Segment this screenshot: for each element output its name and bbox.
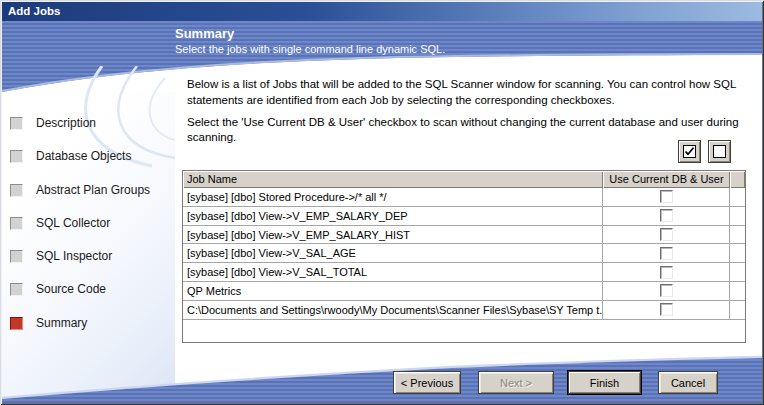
step-marker-icon [10,150,23,163]
cancel-button[interactable]: Cancel [658,371,718,394]
table-row-spacer [730,301,745,320]
use-current-db-user-checkbox[interactable] [660,266,673,279]
table-row-checkbox-cell [603,301,730,320]
use-current-db-user-checkbox[interactable] [660,303,673,316]
next-button: Next > [478,371,554,394]
sidebar-item-database-objects[interactable]: Database Objects [10,149,131,163]
sidebar-item-abstract-plan-groups[interactable]: Abstract Plan Groups [10,183,150,197]
table-row-job-name[interactable]: [sybase] [dbo] View->V_EMP_SALARY_DEP [183,207,603,226]
intro-text: Below is a list of Jobs that will be add… [187,76,762,108]
table-row-spacer [730,263,745,282]
previous-button[interactable]: < Previous [393,371,461,394]
table-row-job-name[interactable]: [sybase] [dbo] View->V_SAL_AGE [183,244,603,263]
checkbox-checked-icon [683,145,696,158]
table-row-checkbox-cell [603,282,730,301]
table-row-spacer [730,282,745,301]
table-row-job-name[interactable]: C:\Documents and Settings\rwoody\My Docu… [183,301,603,320]
column-header-spacer [730,171,745,188]
table-row-spacer [730,207,745,226]
table-row-checkbox-cell [603,188,730,207]
select-all-button[interactable] [678,140,701,163]
sidebar-item-label: Summary [36,316,87,330]
table-row-job-name[interactable]: QP Metrics [183,282,603,301]
step-marker-icon [10,117,23,130]
sidebar-item-sql-inspector[interactable]: SQL Inspector [10,249,112,263]
column-header-use-current-db-user[interactable]: Use Current DB & User [603,171,730,188]
step-marker-icon [10,217,23,230]
page-title: Summary [175,26,234,41]
sidebar-item-label: Database Objects [36,149,131,163]
instruction-text: Select the 'Use Current DB & User' check… [187,115,762,145]
page-subtitle: Select the jobs with single command line… [175,43,445,55]
table-row-checkbox-cell [603,263,730,282]
table-row-checkbox-cell [603,226,730,245]
sidebar-item-label: Description [36,116,96,130]
table-row-job-name[interactable]: [sybase] [dbo] View->V_SAL_TOTAL [183,263,603,282]
sidebar-item-label: Abstract Plan Groups [36,183,150,197]
use-current-db-user-checkbox[interactable] [660,228,673,241]
table-row-checkbox-cell [603,207,730,226]
sidebar-item-label: Source Code [36,282,106,296]
use-current-db-user-checkbox[interactable] [660,190,673,203]
window-title: Add Jobs [8,5,60,17]
step-marker-icon [10,184,23,197]
footer-band-decoration [2,355,762,403]
sidebar-item-sql-collector[interactable]: SQL Collector [10,216,110,230]
sidebar-item-label: SQL Collector [36,216,110,230]
table-row-spacer [730,226,745,245]
step-marker-icon [10,250,23,263]
add-jobs-dialog: Add Jobs Summary Select the jobs with si… [0,0,764,405]
sidebar-item-description[interactable]: Description [10,116,96,130]
table-row-checkbox-cell [603,244,730,263]
finish-button[interactable]: Finish [568,371,641,394]
column-header-job-name[interactable]: Job Name [183,171,603,188]
use-current-db-user-checkbox[interactable] [660,284,673,297]
jobs-table: Job Name Use Current DB & User [sybase] … [182,170,746,343]
current-step-marker-icon [10,317,23,330]
table-row-job-name[interactable]: [sybase] [dbo] Stored Procedure->/* all … [183,188,603,207]
sidebar-item-label: SQL Inspector [36,249,112,263]
use-current-db-user-checkbox[interactable] [660,247,673,260]
window-titlebar: Add Jobs [2,2,762,21]
sidebar-item-summary[interactable]: Summary [10,316,87,330]
deselect-all-button[interactable] [708,140,731,163]
table-row-job-name[interactable]: [sybase] [dbo] View->V_EMP_SALARY_HIST [183,226,603,245]
checkbox-empty-icon [713,145,726,158]
table-row-spacer [730,244,745,263]
table-row-spacer [730,188,745,207]
sidebar-item-source-code[interactable]: Source Code [10,282,106,296]
step-marker-icon [10,283,23,296]
use-current-db-user-checkbox[interactable] [660,209,673,222]
